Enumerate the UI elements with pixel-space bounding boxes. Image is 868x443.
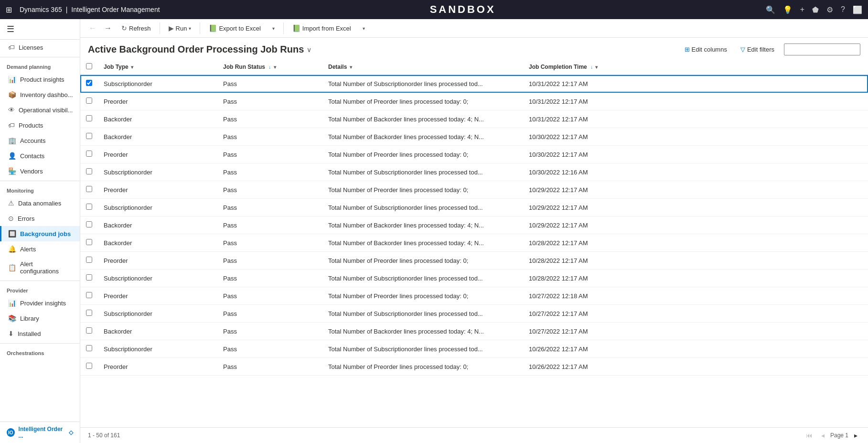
table-row[interactable]: Subscriptionorder Pass Total Number of S…: [80, 270, 868, 287]
row-checkbox[interactable]: [86, 151, 92, 157]
row-checkbox-cell[interactable]: [80, 252, 98, 270]
table-row[interactable]: Backorder Pass Total Number of Backorder…: [80, 216, 868, 234]
col-header-job-type[interactable]: Job Type ▾: [98, 59, 217, 75]
row-checkbox-cell[interactable]: [80, 110, 98, 128]
col-details-filter-icon[interactable]: ▾: [350, 65, 352, 70]
lightbulb-icon[interactable]: 💡: [783, 5, 793, 14]
edit-columns-button[interactable]: ⊞ Edit columns: [681, 44, 731, 55]
sidebar-item-contacts[interactable]: 👤 Contacts: [0, 148, 80, 163]
row-checkbox[interactable]: [86, 239, 92, 245]
row-checkbox-cell[interactable]: [80, 270, 98, 287]
sidebar-item-library[interactable]: 📚 Library: [0, 311, 80, 326]
row-checkbox[interactable]: [86, 168, 92, 174]
col-header-completion-time[interactable]: Job Completion Time ↓ ▾: [523, 59, 868, 75]
row-checkbox-cell[interactable]: [80, 358, 98, 376]
sidebar-bottom-item[interactable]: IO Intelligent Order ... ◇: [0, 422, 80, 443]
table-row[interactable]: Preorder Pass Total Number of Preorder l…: [80, 358, 868, 376]
row-checkbox[interactable]: [86, 363, 92, 369]
filter-icon[interactable]: ⬟: [812, 5, 819, 14]
import-button[interactable]: 📗 Import from Excel: [288, 22, 356, 34]
sidebar-hamburger[interactable]: ☰: [0, 19, 80, 40]
waffle-icon[interactable]: ⊞: [6, 5, 12, 14]
first-page-button[interactable]: ⏮: [803, 431, 815, 440]
import-dropdown-button[interactable]: ▾: [358, 24, 370, 33]
row-checkbox-cell[interactable]: [80, 305, 98, 323]
row-checkbox-cell[interactable]: [80, 234, 98, 252]
edit-filters-button[interactable]: ▽ Edit filters: [737, 44, 778, 55]
table-row[interactable]: Backorder Pass Total Number of Backorder…: [80, 128, 868, 146]
sidebar-item-accounts[interactable]: 🏢 Accounts: [0, 133, 80, 148]
row-checkbox[interactable]: [86, 221, 92, 227]
table-row[interactable]: Preorder Pass Total Number of Preorder l…: [80, 181, 868, 199]
back-button[interactable]: ←: [86, 22, 99, 34]
table-row[interactable]: Subscriptionorder Pass Total Number of S…: [80, 340, 868, 358]
sidebar-item-errors[interactable]: ⊙ Errors: [0, 211, 80, 226]
sidebar-item-installed[interactable]: ⬇ Installed: [0, 326, 80, 341]
prev-page-button[interactable]: ◂: [818, 431, 827, 440]
table-row[interactable]: Subscriptionorder Pass Total Number of S…: [80, 75, 868, 93]
export-button[interactable]: 📗 Export to Excel: [204, 22, 265, 34]
col-filter2-icon[interactable]: ▾: [274, 65, 276, 70]
table-row[interactable]: Backorder Pass Total Number of Backorder…: [80, 234, 868, 252]
settings-icon[interactable]: ⚙: [826, 5, 833, 14]
search-input[interactable]: [784, 43, 860, 55]
row-checkbox-cell[interactable]: [80, 181, 98, 199]
row-checkbox-cell[interactable]: [80, 216, 98, 234]
row-checkbox[interactable]: [86, 115, 92, 121]
row-checkbox[interactable]: [86, 204, 92, 210]
row-checkbox[interactable]: [86, 345, 92, 351]
row-checkbox-cell[interactable]: [80, 340, 98, 358]
help-icon[interactable]: ?: [841, 5, 845, 14]
table-row[interactable]: Backorder Pass Total Number of Backorder…: [80, 110, 868, 128]
export-dropdown-button[interactable]: ▾: [268, 24, 279, 33]
run-button[interactable]: ▶ Run ▾: [164, 22, 196, 34]
row-checkbox-cell[interactable]: [80, 75, 98, 93]
col-time-sort-icon[interactable]: ↓: [590, 65, 593, 70]
table-row[interactable]: Backorder Pass Total Number of Backorder…: [80, 323, 868, 340]
row-checkbox[interactable]: [86, 327, 92, 334]
table-row[interactable]: Subscriptionorder Pass Total Number of S…: [80, 163, 868, 181]
col-header-job-run-status[interactable]: Job Run Status ↓ ▾: [217, 59, 322, 75]
sidebar-item-provider-insights[interactable]: 📊 Provider insights: [0, 295, 80, 311]
sidebar-item-licenses[interactable]: 🏷 Licenses: [0, 40, 80, 55]
table-row[interactable]: Preorder Pass Total Number of Preorder l…: [80, 252, 868, 270]
row-checkbox-cell[interactable]: [80, 287, 98, 305]
row-checkbox-cell[interactable]: [80, 323, 98, 340]
row-checkbox[interactable]: [86, 133, 92, 139]
table-row[interactable]: Subscriptionorder Pass Total Number of S…: [80, 199, 868, 216]
page-title-chevron-icon[interactable]: ∨: [307, 46, 311, 54]
col-time-filter-icon[interactable]: ▾: [595, 65, 598, 70]
select-all-header[interactable]: [80, 59, 98, 75]
row-checkbox-cell[interactable]: [80, 93, 98, 110]
sidebar-item-vendors[interactable]: 🏪 Vendors: [0, 163, 80, 179]
table-row[interactable]: Preorder Pass Total Number of Preorder l…: [80, 146, 868, 163]
add-icon[interactable]: +: [800, 5, 804, 14]
sidebar-item-inventory-dashboard[interactable]: 📦 Inventory dashbo...: [0, 87, 80, 102]
refresh-button[interactable]: ↻ Refresh: [117, 22, 156, 34]
row-checkbox-cell[interactable]: [80, 199, 98, 216]
sidebar-item-data-anomalies[interactable]: ⚠ Data anomalies: [0, 195, 80, 211]
next-page-button[interactable]: ▸: [851, 431, 860, 440]
sidebar-item-products[interactable]: 🏷 Products: [0, 118, 80, 133]
row-checkbox[interactable]: [86, 80, 92, 86]
sidebar-item-alerts[interactable]: 🔔 Alerts: [0, 241, 80, 257]
window-icon[interactable]: ⬜: [853, 5, 862, 14]
table-row[interactable]: Subscriptionorder Pass Total Number of S…: [80, 305, 868, 323]
sidebar-item-operational-visibility[interactable]: 👁 Operational visibil...: [0, 102, 80, 118]
row-checkbox[interactable]: [86, 310, 92, 316]
search-icon[interactable]: 🔍: [766, 5, 775, 14]
sidebar-item-alert-configurations[interactable]: 📋 Alert configurations: [0, 257, 80, 279]
sidebar-item-background-jobs[interactable]: 🔲 Background jobs: [0, 226, 80, 241]
row-checkbox[interactable]: [86, 97, 92, 104]
row-checkbox-cell[interactable]: [80, 163, 98, 181]
row-checkbox[interactable]: [86, 274, 92, 281]
col-header-details[interactable]: Details ▾: [322, 59, 523, 75]
row-checkbox[interactable]: [86, 292, 92, 298]
table-row[interactable]: Preorder Pass Total Number of Preorder l…: [80, 287, 868, 305]
col-filter-icon[interactable]: ▾: [131, 65, 133, 70]
row-checkbox-cell[interactable]: [80, 128, 98, 146]
row-checkbox[interactable]: [86, 257, 92, 263]
col-sort-icon[interactable]: ↓: [268, 65, 271, 70]
select-all-checkbox[interactable]: [86, 63, 92, 69]
sidebar-item-product-insights[interactable]: 📊 Product insights: [0, 72, 80, 87]
